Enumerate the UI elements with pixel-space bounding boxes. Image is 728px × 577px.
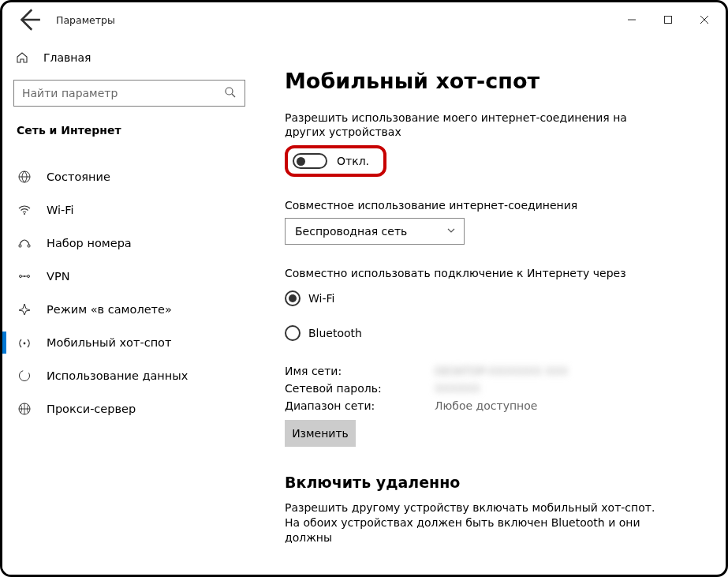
minimize-button[interactable] bbox=[614, 7, 650, 32]
remote-description: Разрешить другому устройству включать мо… bbox=[285, 500, 663, 545]
window-title: Параметры bbox=[56, 14, 115, 26]
network-password-label: Сетевой пароль: bbox=[285, 382, 435, 395]
hotspot-share-label: Разрешить использование моего интернет-с… bbox=[285, 111, 663, 139]
sidebar-item-label: Использование данных bbox=[47, 369, 188, 382]
sidebar-item-hotspot[interactable]: Мобильный хот-спот bbox=[7, 326, 258, 359]
sidebar-item-label: Wi-Fi bbox=[47, 204, 74, 216]
svg-rect-5 bbox=[28, 245, 30, 247]
search-input[interactable] bbox=[22, 87, 224, 99]
sidebar-item-wifi[interactable]: Wi-Fi bbox=[7, 193, 258, 227]
sidebar-item-label: VPN bbox=[47, 270, 70, 283]
chevron-down-icon bbox=[446, 225, 456, 238]
svg-point-8 bbox=[24, 275, 25, 277]
radio-input[interactable] bbox=[285, 290, 301, 306]
data-usage-icon bbox=[17, 368, 32, 384]
wifi-icon bbox=[17, 202, 32, 218]
radio-label: Wi-Fi bbox=[308, 292, 334, 305]
network-band-label: Диапазон сети: bbox=[285, 399, 435, 412]
toggle-state-label: Откл. bbox=[337, 155, 369, 167]
radio-input[interactable] bbox=[285, 325, 301, 341]
svg-point-6 bbox=[20, 275, 22, 278]
toggle-knob bbox=[297, 157, 305, 166]
sidebar-section-title: Сеть и Интернет bbox=[7, 113, 258, 146]
sidebar-item-status[interactable]: Состояние bbox=[7, 160, 258, 193]
sidebar-item-label: Режим «в самолете» bbox=[47, 303, 172, 316]
airplane-icon bbox=[17, 302, 32, 317]
svg-point-7 bbox=[28, 275, 30, 278]
titlebar: Параметры bbox=[2, 2, 726, 37]
sidebar-item-label: Прокси-сервер bbox=[47, 403, 136, 415]
search-icon bbox=[224, 86, 237, 101]
network-band-value: Любое доступное bbox=[435, 399, 704, 412]
sidebar-item-label: Состояние bbox=[47, 170, 110, 183]
svg-point-1 bbox=[226, 88, 233, 95]
sidebar-item-label: Главная bbox=[43, 51, 91, 64]
sidebar-item-proxy[interactable]: Прокси-сервер bbox=[7, 392, 258, 425]
globe-net-icon bbox=[17, 169, 32, 185]
close-button[interactable] bbox=[686, 7, 722, 32]
radio-bluetooth[interactable]: Bluetooth bbox=[285, 320, 704, 346]
share-via-label: Совместно использовать подключение к Инт… bbox=[285, 267, 704, 279]
vpn-icon bbox=[17, 268, 32, 284]
sidebar-item-label: Набор номера bbox=[47, 237, 132, 249]
sidebar-item-airplane[interactable]: Режим «в самолете» bbox=[7, 293, 258, 326]
globe-icon bbox=[17, 401, 32, 417]
svg-rect-4 bbox=[19, 245, 21, 247]
home-icon bbox=[15, 51, 29, 64]
sidebar-item-vpn[interactable]: VPN bbox=[7, 260, 258, 293]
back-button[interactable] bbox=[15, 6, 42, 33]
share-connection-label: Совместное использование интернет-соедин… bbox=[285, 199, 704, 212]
radio-wifi[interactable]: Wi-Fi bbox=[285, 286, 704, 311]
page-title: Мобильный хот-спот bbox=[285, 69, 704, 93]
svg-point-3 bbox=[24, 213, 25, 215]
main-content: Мобильный хот-спот Разрешить использован… bbox=[263, 37, 726, 575]
svg-point-9 bbox=[24, 343, 26, 345]
dropdown-value: Беспроводная сеть bbox=[295, 225, 407, 238]
sidebar: Главная Сеть и Интернет Состояние Wi-Fi … bbox=[2, 37, 263, 575]
search-box[interactable] bbox=[13, 80, 245, 107]
hotspot-highlight: Откл. bbox=[285, 145, 386, 177]
edit-button[interactable]: Изменить bbox=[285, 420, 356, 447]
remote-heading: Включить удаленно bbox=[285, 474, 704, 491]
sidebar-item-dialup[interactable]: Набор номера bbox=[7, 227, 258, 260]
hotspot-icon bbox=[17, 335, 32, 350]
dialup-icon bbox=[17, 235, 32, 251]
network-name-label: Имя сети: bbox=[285, 365, 435, 377]
network-name-value: DESKTOP-XXXXXXX XXX bbox=[435, 365, 704, 377]
sidebar-item-label: Мобильный хот-спот bbox=[47, 336, 171, 349]
sidebar-item-home[interactable]: Главная bbox=[7, 42, 258, 73]
share-connection-dropdown[interactable]: Беспроводная сеть bbox=[285, 218, 465, 245]
svg-point-10 bbox=[20, 371, 30, 381]
svg-rect-0 bbox=[665, 17, 672, 24]
radio-label: Bluetooth bbox=[308, 327, 362, 339]
sidebar-item-data-usage[interactable]: Использование данных bbox=[7, 359, 258, 392]
hotspot-toggle[interactable] bbox=[293, 153, 327, 169]
network-password-value: XXXXXX bbox=[435, 382, 704, 395]
maximize-button[interactable] bbox=[650, 7, 686, 32]
